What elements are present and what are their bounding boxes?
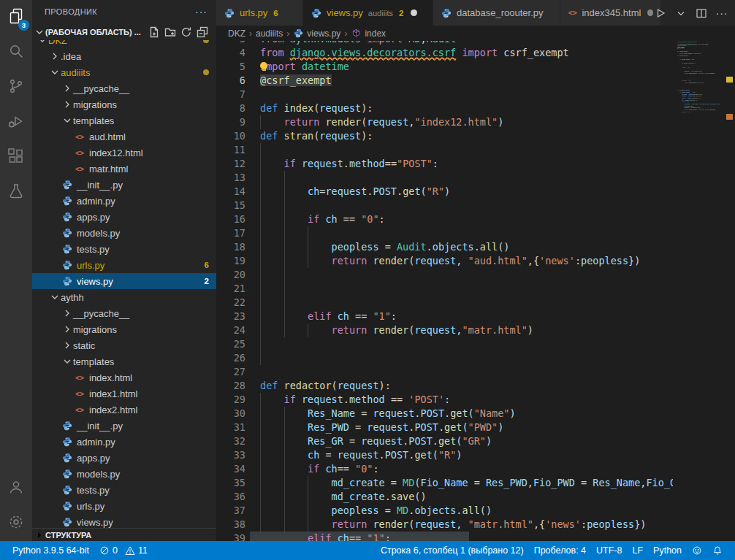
activity-item-search[interactable]	[0, 35, 32, 70]
tab-database-roouter-py[interactable]: database_roouter.py	[433, 0, 560, 26]
code-line-15[interactable]: 15	[216, 199, 673, 212]
workspace-section-header[interactable]: (РАБОЧАЯ ОБЛАСТЬ) ...	[32, 23, 216, 40]
breadcrumb-item-index[interactable]: index	[351, 28, 386, 39]
tree-item-models-py[interactable]: models.py	[32, 225, 216, 241]
code-line-14[interactable]: ch=request.POST.get("R")	[673, 62, 719, 64]
breadcrumb-item-views-py[interactable]: views.py	[293, 28, 340, 39]
breadcrumb-item-dkz[interactable]: DKZ	[228, 28, 245, 39]
status-python-interpreter[interactable]: Python 3.9.5 64-bit	[7, 541, 94, 560]
tab-index345-html[interactable]: <>index345.html	[560, 0, 661, 26]
code-line-32[interactable]: 32 Res_GR = request.POST.get("GR")	[216, 434, 673, 448]
code-editor[interactable]: 3from aythh.models import MD,Audit4from …	[216, 41, 735, 541]
tab-views-py[interactable]: views.pyaudiiits2	[303, 0, 433, 26]
tree-item-index12-html[interactable]: <>index12.html	[32, 145, 216, 161]
code-line-23[interactable]: 23 elif ch == "1":	[216, 310, 673, 323]
more-actions-icon[interactable]: ···	[713, 4, 731, 22]
code-line-26[interactable]: 26	[216, 351, 673, 365]
code-line-4[interactable]: 4from django.views.decorators.csrf impor…	[216, 46, 673, 60]
activity-item-extensions[interactable]	[0, 140, 32, 175]
code-line-39[interactable]: 39 elif ch== "1":	[216, 532, 673, 541]
tree-item-views-py[interactable]: views.py	[32, 514, 216, 528]
overview-ruler-scrollbar[interactable]	[723, 41, 735, 541]
new-folder-button[interactable]	[162, 25, 178, 39]
tree-item--idea[interactable]: .idea	[32, 48, 216, 64]
tree-item-aythh[interactable]: aythh	[32, 289, 216, 305]
code-line-39[interactable]: elif ch== "1":	[673, 111, 719, 113]
outline-section-header[interactable]: СТРУКТУРА	[32, 528, 216, 541]
code-line-35[interactable]: 35 md_create = MD(Fio_Name = Res_PWD,Fio…	[216, 476, 673, 490]
status-language-mode[interactable]: Python	[648, 541, 687, 560]
code-line-24[interactable]: return render(request,"matr.html")	[673, 82, 719, 84]
tab-urls-py[interactable]: urls.py6	[216, 0, 303, 26]
code-line-7[interactable]: 7	[216, 88, 673, 101]
activity-item-source-control[interactable]	[0, 70, 32, 105]
code-line-16[interactable]: 16 if ch == "0":	[216, 212, 673, 226]
tree-item-matr-html[interactable]: <>matr.html	[32, 161, 216, 177]
explorer-more-actions[interactable]: ···	[195, 6, 207, 18]
status-encoding[interactable]: UTF-8	[591, 541, 627, 560]
code-line-8[interactable]: 8def index(request):	[216, 101, 673, 115]
tree-item--pycache-[interactable]: __pycache__	[32, 305, 216, 321]
run-icon[interactable]	[652, 4, 669, 22]
code-line-11[interactable]: 11	[216, 143, 673, 157]
code-line-25[interactable]: 25	[216, 337, 673, 351]
code-line-38[interactable]: 38 return render(request, "matr.html",{'…	[216, 518, 673, 532]
tree-item-static[interactable]: static	[32, 337, 216, 353]
tree-item--init-py[interactable]: __init__.py	[32, 418, 216, 434]
code-line-30[interactable]: 30 Res_Name = request.POST.get("Name")	[216, 407, 673, 421]
code-line-5[interactable]: 5import datetime	[216, 60, 673, 74]
tree-item-index2-html[interactable]: <>index2.html	[32, 402, 216, 418]
code-line-19[interactable]: return render(request, "aud.html",{'news…	[673, 72, 719, 74]
code-line-20[interactable]: 20	[216, 268, 673, 282]
code-line-13[interactable]: 13	[216, 171, 673, 185]
status-eol[interactable]: LF	[627, 541, 648, 560]
activity-item-settings[interactable]	[0, 506, 32, 541]
activity-item-testing[interactable]	[0, 175, 32, 210]
activity-item-run-debug[interactable]	[0, 105, 32, 140]
tree-item-templates[interactable]: templates	[32, 353, 216, 369]
tree-item-tests-py[interactable]: tests.py	[32, 482, 216, 498]
activity-item-explorer[interactable]: 3	[0, 0, 32, 35]
code-line-9[interactable]: 9 return render(request,"index12.html")	[216, 115, 673, 129]
code-line-3[interactable]: 3from aythh.models import MD,Audit	[216, 41, 673, 46]
code-line-22[interactable]: 22	[216, 296, 673, 310]
status-cursor-position[interactable]: Строка 6, столбец 1 (выбрано 12)	[376, 541, 529, 560]
code-line-6[interactable]: @csrf_exempt	[673, 47, 719, 49]
dirty-indicator[interactable]	[411, 9, 417, 16]
minimap[interactable]: from aythh.models import MD,Auditfrom dj…	[673, 41, 720, 541]
code-line-12[interactable]: 12 if request.method=="POST":	[216, 157, 673, 171]
code-line-14[interactable]: 14 ch=request.POST.get("R")	[216, 185, 673, 199]
code-line-28[interactable]: 28def redactor(request):	[216, 379, 673, 393]
tree-item--pycache-[interactable]: __pycache__	[32, 80, 216, 96]
code-line-16[interactable]: if ch == "0":	[673, 66, 719, 69]
code-line-36[interactable]: 36 md_create.save()	[216, 490, 673, 504]
code-line-19[interactable]: 19 return render(request, "aud.html",{'n…	[216, 254, 673, 268]
tree-item-index-html[interactable]: <>index.html	[32, 369, 216, 386]
tree-item-audiiits[interactable]: audiiits	[32, 64, 216, 80]
tree-item-admin-py[interactable]: admin.py	[32, 434, 216, 450]
code-line-10[interactable]: 10def stran(request):	[216, 129, 673, 143]
tree-item-dkz[interactable]: DKZ	[32, 40, 216, 48]
code-line-31[interactable]: 31 Res_PWD = request.POST.get("PWD")	[216, 421, 673, 434]
code-line-29[interactable]: 29 if request.method == 'POST':	[216, 393, 673, 407]
code-line-24[interactable]: 24 return render(request,"matr.html")	[216, 323, 673, 337]
code-line-21[interactable]: 21	[216, 282, 673, 296]
tree-item-migrations[interactable]: migrations	[32, 321, 216, 337]
code-line-6[interactable]: 6@csrf_exempt	[216, 74, 673, 88]
code-line-33[interactable]: 33 ch = request.POST.get("R")	[216, 448, 673, 462]
code-line-12[interactable]: if request.method=="POST":	[673, 58, 719, 61]
activity-item-account[interactable]	[0, 471, 32, 506]
tree-item-views-py[interactable]: views.py2	[32, 273, 216, 289]
tree-item-admin-py[interactable]: admin.py	[32, 193, 216, 209]
code-line-10[interactable]: def stran(request):	[673, 55, 719, 57]
tree-item-apps-py[interactable]: apps.py	[32, 209, 216, 225]
run-dropdown-icon[interactable]	[672, 4, 690, 22]
code-line-37[interactable]: 37 peopless = MD.objects.all()	[216, 504, 673, 518]
code-line-17[interactable]: 17	[216, 226, 673, 240]
breadcrumb-item-audiiits[interactable]: audiiits	[256, 28, 283, 39]
tree-item--init-py[interactable]: __init__.py	[32, 177, 216, 193]
refresh-button[interactable]	[178, 25, 194, 39]
tree-item-migrations[interactable]: migrations	[32, 96, 216, 112]
tree-item-apps-py[interactable]: apps.py	[32, 450, 216, 466]
tree-item-tests-py[interactable]: tests.py	[32, 241, 216, 257]
